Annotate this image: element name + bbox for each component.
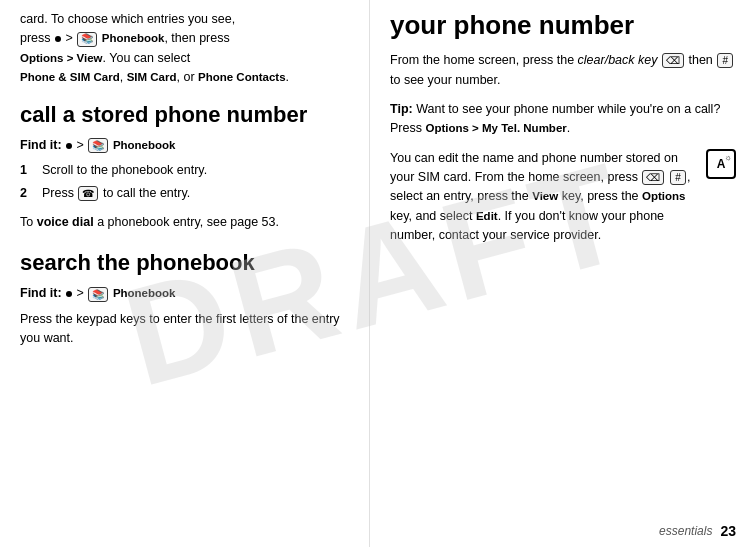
intro-text: card. To choose which entries you see, p… [20, 10, 349, 88]
right-body-with-icon: You can edit the name and phone number s… [390, 149, 736, 246]
phone-sim-card-label: Phone & SIM Card [20, 71, 120, 83]
step-1: 1 Scroll to the phonebook entry. [20, 161, 349, 180]
footer-label: essentials [659, 524, 712, 538]
hash-key-icon: # [717, 53, 733, 68]
corner-icon-badge: A ☼ [706, 149, 736, 179]
search-find-it: Find it: > 📚 Phonebook [20, 286, 349, 301]
right-body-1: From the home screen, press the clear/ba… [390, 51, 736, 90]
step-1-number: 1 [20, 161, 34, 180]
call-key-icon: ☎ [78, 186, 98, 201]
step-2-number: 2 [20, 184, 34, 203]
icon-superscript: ☼ [725, 153, 732, 162]
search-phonebook-label: Phonebook [113, 287, 176, 299]
footer-page: 23 [720, 523, 736, 539]
nav-dot-icon [66, 143, 72, 149]
step-2-text: Press ☎ to call the entry. [42, 184, 349, 203]
phonebook-icon: 📚 [88, 138, 108, 153]
search-phonebook-heading: search the phonebook [20, 250, 349, 276]
steps-list: 1 Scroll to the phonebook entry. 2 Press… [20, 161, 349, 203]
right-column: your phone number From the home screen, … [370, 0, 756, 547]
search-find-it-label: Find it: [20, 286, 62, 300]
options-key-label: Options [642, 190, 685, 202]
back-icon-inline: ⌫ [642, 170, 664, 185]
phonebook-label-intro: Phonebook [102, 32, 165, 44]
find-it-label: Find it: [20, 138, 62, 152]
left-column: card. To choose which entries you see, p… [0, 0, 370, 547]
tip-label: Tip: [390, 102, 413, 116]
footer: essentials 23 [659, 523, 736, 539]
clear-back-key-label: clear/back key [578, 53, 658, 67]
step-2: 2 Press ☎ to call the entry. [20, 184, 349, 203]
search-body-text: Press the keypad keys to enter the first… [20, 310, 349, 349]
edit-label: Edit [476, 210, 498, 222]
search-nav-dot-icon [66, 291, 72, 297]
page-container: card. To choose which entries you see, p… [0, 0, 756, 547]
clear-back-key-icon: ⌫ [662, 53, 684, 68]
phonebook-text: Phonebook [113, 139, 176, 151]
phonebook-key-icon: 📚 [77, 32, 97, 47]
options-view-label: Options > View [20, 52, 103, 64]
search-phonebook-icon: 📚 [88, 287, 108, 302]
right-body-2-text: You can edit the name and phone number s… [390, 149, 698, 246]
voice-dial-text: To voice dial a phonebook entry, see pag… [20, 213, 349, 232]
phone-contacts-label: Phone Contacts [198, 71, 286, 83]
call-stored-section: call a stored phone number Find it: > 📚 … [20, 102, 349, 232]
tip-text: Tip: Want to see your phone number while… [390, 100, 736, 139]
right-heading: your phone number [390, 10, 736, 41]
sim-card-label: SIM Card [127, 71, 177, 83]
options-my-tel-label: Options > My Tel. Number [425, 122, 566, 134]
hash-icon-inline: # [670, 170, 686, 185]
search-phonebook-section: search the phonebook Find it: > 📚 Phoneb… [20, 250, 349, 348]
call-stored-find-it: Find it: > 📚 Phonebook [20, 138, 349, 153]
then-text: then [688, 53, 712, 67]
voice-dial-bold: voice dial [37, 215, 94, 229]
call-stored-heading: call a stored phone number [20, 102, 349, 128]
view-key-label: View [532, 190, 558, 202]
step-1-text: Scroll to the phonebook entry. [42, 161, 349, 180]
